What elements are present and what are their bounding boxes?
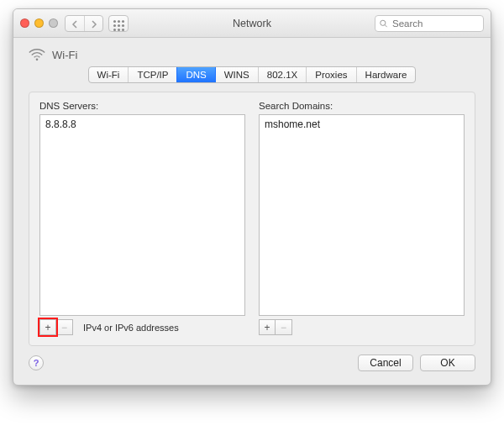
add-search-domain-button[interactable]: +	[259, 319, 276, 335]
dns-pane: DNS Servers: 8.8.8.8 + − IPv4 or IPv6 ad…	[29, 92, 475, 346]
minus-icon: −	[61, 322, 67, 334]
add-dns-server-button[interactable]: +	[39, 319, 56, 335]
cancel-button[interactable]: Cancel	[358, 355, 413, 371]
minimize-icon[interactable]	[34, 18, 44, 28]
plus-icon: +	[45, 322, 50, 334]
preferences-window: Network Wi-Fi Wi-Fi TCP/IP DNS WINS 802.…	[13, 8, 491, 386]
forward-button[interactable]	[84, 16, 102, 32]
tab-8021x[interactable]: 802.1X	[258, 67, 306, 82]
remove-dns-server-button[interactable]: −	[56, 319, 73, 335]
help-button[interactable]: ?	[29, 355, 44, 370]
ok-button[interactable]: OK	[420, 355, 475, 371]
svg-point-2	[36, 59, 39, 61]
chevron-left-icon	[71, 20, 78, 29]
dns-servers-controls: + − IPv4 or IPv6 addresses	[39, 319, 245, 335]
dns-servers-column: DNS Servers: 8.8.8.8 + − IPv4 or IPv6 ad…	[39, 101, 245, 335]
tab-tcpip[interactable]: TCP/IP	[128, 67, 176, 82]
remove-search-domain-button[interactable]: −	[276, 319, 292, 335]
tab-dns[interactable]: DNS	[176, 67, 214, 82]
tab-wifi[interactable]: Wi-Fi	[89, 67, 129, 82]
search-field-wrap	[375, 15, 484, 32]
close-icon[interactable]	[20, 18, 29, 28]
back-button[interactable]	[66, 16, 84, 32]
zoom-icon[interactable]	[49, 18, 58, 28]
show-all-button[interactable]	[108, 15, 129, 32]
list-item[interactable]: 8.8.8.8	[40, 117, 244, 132]
nav-back-forward	[65, 15, 103, 32]
search-domains-list[interactable]: mshome.net	[259, 114, 465, 316]
help-icon: ?	[34, 358, 39, 368]
dns-hint: IPv4 or IPv6 addresses	[83, 323, 179, 333]
chevron-right-icon	[91, 20, 97, 29]
search-domains-label: Search Domains:	[259, 101, 465, 111]
window-controls	[20, 18, 58, 28]
wifi-icon	[29, 48, 45, 61]
list-item[interactable]: mshome.net	[260, 117, 464, 132]
tab-bar: Wi-Fi TCP/IP DNS WINS 802.1X Proxies Har…	[13, 66, 491, 92]
dns-servers-label: DNS Servers:	[39, 101, 245, 111]
search-input[interactable]	[375, 15, 484, 32]
dns-servers-list[interactable]: 8.8.8.8	[39, 114, 245, 316]
tab-wins[interactable]: WINS	[215, 67, 258, 82]
titlebar: Network	[13, 9, 491, 38]
search-domains-column: Search Domains: mshome.net + −	[259, 101, 465, 335]
plus-icon: +	[264, 322, 270, 334]
tab-proxies[interactable]: Proxies	[306, 67, 355, 82]
service-name: Wi-Fi	[52, 49, 77, 61]
tab-hardware[interactable]: Hardware	[356, 67, 416, 82]
service-header: Wi-Fi	[13, 38, 491, 66]
footer: ? Cancel OK	[13, 355, 491, 385]
minus-icon: −	[281, 322, 286, 334]
search-domains-controls: + −	[259, 319, 465, 335]
tabs: Wi-Fi TCP/IP DNS WINS 802.1X Proxies Har…	[88, 66, 417, 83]
